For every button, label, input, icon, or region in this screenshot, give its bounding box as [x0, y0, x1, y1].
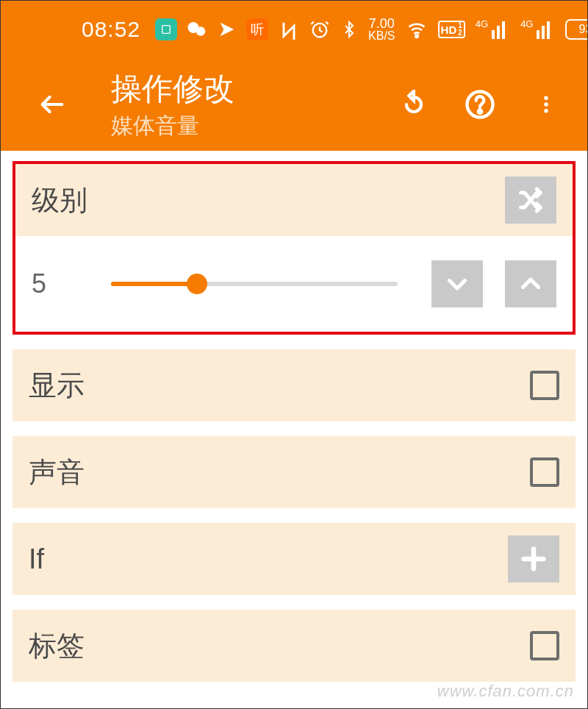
page-title: 操作修改 — [111, 68, 234, 110]
back-button[interactable] — [30, 88, 74, 121]
svg-point-7 — [544, 96, 548, 101]
app-icon-2: 听 — [246, 18, 268, 40]
tag-checkbox[interactable] — [530, 631, 559, 660]
appbar-titles: 操作修改 媒体音量 — [111, 68, 234, 141]
level-label: 级别 — [32, 182, 87, 219]
leaf-icon — [217, 19, 237, 40]
increase-button[interactable] — [505, 260, 556, 307]
app-bar: 操作修改 媒体音量 — [1, 58, 587, 151]
svg-point-2 — [196, 26, 206, 36]
level-section-highlight: 级别 5 — [12, 161, 576, 335]
tag-label: 标签 — [29, 627, 85, 665]
display-checkbox[interactable] — [530, 371, 559, 400]
watermark: www.cfan.com.cn — [437, 682, 574, 701]
help-button[interactable] — [464, 88, 496, 121]
sound-row[interactable]: 声音 — [12, 436, 576, 508]
tag-row[interactable]: 标签 — [12, 610, 576, 682]
signal-1: 4G — [476, 20, 510, 39]
battery-icon: 93 — [565, 19, 588, 40]
wifi-icon — [406, 19, 428, 40]
slider-thumb[interactable] — [187, 274, 207, 294]
shuffle-button[interactable] — [505, 177, 556, 224]
alarm-icon — [309, 19, 330, 40]
level-header-row[interactable]: 级别 — [15, 164, 573, 236]
add-if-button[interactable] — [508, 535, 559, 582]
signal-2: 4G — [520, 20, 555, 39]
if-label: If — [29, 544, 44, 575]
svg-point-6 — [478, 110, 481, 113]
svg-point-8 — [544, 102, 548, 107]
content: 级别 5 显示 — [1, 151, 587, 682]
svg-point-4 — [415, 35, 418, 38]
status-right-icons: 7.00 KB/S HD 12 4G 4G 93 — [279, 17, 588, 42]
net-speed: 7.00 KB/S — [368, 17, 395, 42]
hd-icon: HD 12 — [438, 21, 465, 38]
appbar-actions — [398, 88, 571, 121]
level-slider[interactable] — [111, 275, 398, 293]
status-bar: 08:52 听 7.00 KB/S HD — [1, 1, 587, 58]
slider-fill — [111, 282, 197, 286]
undo-button[interactable] — [398, 88, 430, 121]
wechat-icon — [186, 18, 208, 40]
page-subtitle: 媒体音量 — [111, 111, 234, 141]
sound-checkbox[interactable] — [530, 457, 559, 487]
level-slider-row: 5 — [15, 236, 573, 332]
level-value: 5 — [32, 268, 76, 299]
display-label: 显示 — [29, 367, 85, 405]
svg-rect-0 — [162, 26, 171, 34]
svg-point-9 — [544, 109, 548, 113]
decrease-button[interactable] — [431, 260, 483, 307]
app-icon-1 — [155, 18, 177, 40]
if-row[interactable]: If — [12, 523, 576, 595]
bluetooth-icon — [340, 19, 358, 40]
sound-label: 声音 — [29, 454, 85, 491]
status-left-icons: 听 — [155, 18, 268, 40]
display-row[interactable]: 显示 — [12, 349, 576, 421]
nfc-icon — [279, 19, 299, 40]
more-button[interactable] — [530, 88, 562, 121]
status-time: 08:52 — [82, 17, 140, 42]
